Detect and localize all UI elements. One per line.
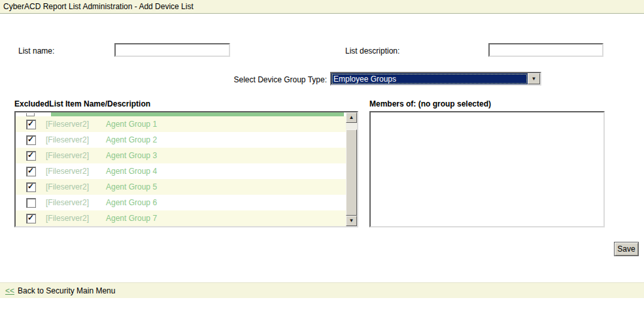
list-item[interactable]: [Fileserver2] Agent Group 6 xyxy=(16,195,346,210)
scroll-down-button[interactable]: ▼ xyxy=(346,216,357,226)
item-server: [Fileserver2] xyxy=(46,214,106,223)
scroll-down-icon: ▼ xyxy=(349,218,354,224)
item-server: [Fileserver2] xyxy=(46,167,106,176)
back-link-text[interactable]: Back to Security Main Menu xyxy=(18,286,115,295)
members-panel-header: Members of: (no group selected) xyxy=(369,99,491,108)
scroll-up-icon: ▲ xyxy=(349,115,354,120)
excluded-list-header: ExcludedList Item Name/Description xyxy=(14,99,150,108)
group-type-label: Select Device Group Type: xyxy=(0,75,327,84)
item-server: [Fileserver2] xyxy=(46,135,106,144)
excluded-list-box: [Fileserver2] Agent Group 1 [Fileserver2… xyxy=(14,111,358,227)
chevron-down-icon: ▼ xyxy=(532,76,537,82)
list-name-input[interactable] xyxy=(114,43,230,57)
item-server: [Fileserver2] xyxy=(46,182,106,191)
footer-bar: << Back to Security Main Menu xyxy=(0,282,644,298)
item-checkbox[interactable] xyxy=(26,151,36,161)
item-name[interactable]: Agent Group 3 xyxy=(106,151,157,160)
list-item[interactable]: [Fileserver2] Agent Group 2 xyxy=(16,132,346,148)
members-list-box[interactable] xyxy=(369,111,605,227)
item-server: [Fileserver2] xyxy=(46,151,106,160)
page: CyberACD Report List Administration - Ad… xyxy=(0,0,644,332)
list-description-input[interactable] xyxy=(488,43,603,57)
item-checkbox[interactable] xyxy=(26,135,36,145)
item-name[interactable]: Agent Group 5 xyxy=(106,182,157,191)
excluded-list-viewport: [Fileserver2] Agent Group 1 [Fileserver2… xyxy=(16,112,346,226)
item-checkbox[interactable] xyxy=(26,214,36,224)
list-item[interactable]: [Fileserver2] Agent Group 1 xyxy=(16,116,346,132)
item-checkbox[interactable] xyxy=(26,120,36,129)
list-name-label: List name: xyxy=(18,46,54,56)
list-item[interactable]: [Fileserver2] Agent Group 3 xyxy=(16,148,346,163)
item-name[interactable]: Agent Group 7 xyxy=(106,214,157,223)
scrollbar-thumb[interactable] xyxy=(346,129,357,216)
scroll-up-button[interactable]: ▲ xyxy=(346,112,357,123)
item-name[interactable]: Agent Group 2 xyxy=(106,135,157,144)
excluded-list-rows: [Fileserver2] Agent Group 1 [Fileserver2… xyxy=(16,116,346,226)
scrollbar[interactable]: ▲ ▼ xyxy=(346,112,357,226)
list-item[interactable]: [Fileserver2] Agent Group 7 xyxy=(16,210,346,226)
group-type-select[interactable]: Employee Groups ▼ xyxy=(330,72,541,86)
list-item[interactable]: [Fileserver2] Agent Group 5 xyxy=(16,179,346,195)
item-name[interactable]: Agent Group 1 xyxy=(106,120,157,129)
title-bar: CyberACD Report List Administration - Ad… xyxy=(0,0,644,14)
group-type-selected-value: Employee Groups xyxy=(331,73,528,84)
scrollbar-track[interactable] xyxy=(346,123,357,129)
page-title: CyberACD Report List Administration - Ad… xyxy=(3,2,194,11)
back-link-arrows[interactable]: << xyxy=(5,286,14,295)
item-name[interactable]: Agent Group 4 xyxy=(106,167,157,176)
item-checkbox[interactable] xyxy=(26,182,36,192)
save-button[interactable]: Save xyxy=(614,242,639,256)
item-server: [Fileserver2] xyxy=(46,120,106,129)
item-checkbox[interactable] xyxy=(26,167,36,176)
item-name[interactable]: Agent Group 6 xyxy=(106,198,157,207)
item-server: [Fileserver2] xyxy=(46,198,106,207)
list-item[interactable]: [Fileserver2] Agent Group 4 xyxy=(16,163,346,179)
list-description-label: List description: xyxy=(345,46,399,56)
dropdown-arrow-button[interactable]: ▼ xyxy=(528,73,540,84)
item-checkbox[interactable] xyxy=(26,198,36,208)
